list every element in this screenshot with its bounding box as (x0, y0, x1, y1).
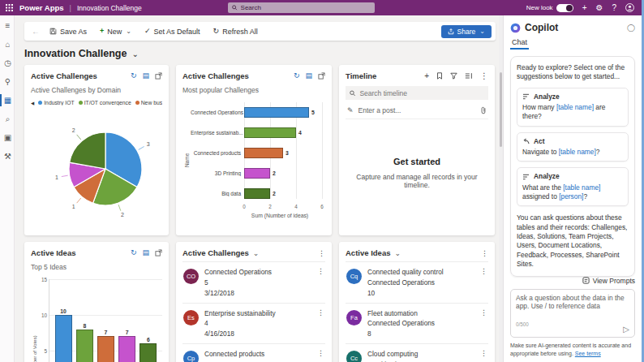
suggestion-analyze-2[interactable]: Analyze What are the [table name] assign… (517, 167, 629, 206)
more-icon[interactable]: ⋮ (317, 349, 324, 362)
legend-dot (79, 101, 83, 105)
back-icon[interactable]: ← (28, 27, 43, 36)
save-as-button[interactable]: Save As (43, 22, 93, 41)
see-terms-link[interactable]: See terms (575, 351, 601, 356)
nav-search-icon[interactable]: ⌕ (0, 113, 14, 125)
main-content: ← Save As + New ⌄ ✓ Set As Default ↻ Ref… (15, 15, 499, 362)
popout-icon[interactable] (155, 249, 162, 256)
gear-icon[interactable]: ⚙ (595, 4, 603, 12)
tools-icon[interactable]: ⚒ (0, 150, 14, 162)
new-look-toggle[interactable] (556, 4, 573, 12)
share-button[interactable]: Share ⌄ (441, 25, 492, 38)
product-name[interactable]: Power Apps (19, 3, 64, 12)
filter-icon[interactable] (450, 72, 457, 80)
report-icon[interactable]: ▤ (305, 72, 312, 80)
solutions-icon[interactable]: ▣ (0, 131, 14, 144)
refresh-all-button[interactable]: ↻ Refresh All (207, 22, 264, 41)
more-icon[interactable]: ⋮ (480, 349, 487, 362)
waffle-icon[interactable] (0, 0, 18, 15)
more-icon[interactable]: ⋮ (317, 267, 324, 299)
home-icon[interactable]: ⌂ (0, 38, 14, 50)
copilot-intro: Ready to explore? Select one of the sugg… (517, 63, 629, 82)
expand-icon[interactable]: ◯ (627, 24, 635, 32)
pencil-icon: ✎ (347, 106, 354, 114)
bookmark-icon[interactable] (436, 72, 443, 80)
more-icon[interactable]: ⋮ (481, 249, 488, 257)
list-item[interactable]: Cc Cloud computing Servitization 7 ⋮ (346, 343, 488, 362)
svg-text:2: 2 (72, 127, 75, 133)
legend-label: Industry IOT (44, 100, 74, 106)
chart-subtitle: Top 5 Ideas (31, 263, 162, 271)
apps-icon-selected[interactable]: ▦ (0, 94, 14, 106)
waffle-grid-icon (6, 4, 13, 11)
legend-label: New busin (141, 100, 162, 106)
paperclip-icon[interactable] (480, 106, 487, 114)
set-as-default-button[interactable]: ✓ Set As Default (138, 22, 207, 41)
suggestion-text: What are the [table name] assigned to [p… (522, 183, 623, 202)
list-item[interactable]: Cq Connected quality control Connected O… (346, 261, 488, 303)
app-header: Power Apps | Innovation Challenge New lo… (0, 0, 642, 15)
list-item[interactable]: Es Enterprise sustainability 4 4/16/2018… (182, 303, 325, 344)
copilot-icon (510, 23, 521, 33)
recent-icon[interactable]: ◷ (0, 57, 14, 69)
popout-icon[interactable] (318, 72, 325, 80)
more-icon[interactable]: ⋮ (480, 267, 487, 299)
add-icon[interactable]: + (582, 4, 587, 12)
global-search[interactable] (228, 2, 375, 13)
vbar-chart: Sum (Number of Votes)51015108776 (31, 279, 162, 362)
new-button[interactable]: + New ⌄ (93, 22, 138, 41)
more-icon[interactable]: ⋮ (480, 72, 488, 80)
suggestion-analyze-1[interactable]: Analyze How many [table name] are there? (517, 88, 629, 127)
avatar: Cc (346, 351, 362, 362)
refresh-icon[interactable]: ↻ (131, 249, 137, 256)
account-avatar-icon[interactable] (625, 3, 634, 12)
search-icon (350, 90, 355, 97)
help-icon[interactable]: ? (612, 4, 616, 12)
more-icon[interactable]: ⋮ (480, 308, 487, 340)
refresh-icon[interactable]: ↻ (131, 72, 137, 80)
scrollbar-thumb[interactable] (500, 72, 502, 147)
send-icon[interactable]: ▷ (623, 325, 629, 334)
add-post-icon[interactable]: + (424, 72, 429, 80)
pinned-icon[interactable]: ⚲ (0, 75, 14, 88)
suggestion-kind: Analyze (534, 93, 560, 101)
check-icon: ✓ (144, 28, 151, 35)
analyze-icon (522, 174, 530, 180)
report-icon[interactable]: ▤ (142, 72, 149, 80)
refresh-icon[interactable]: ↻ (294, 72, 300, 80)
item-title: Fleet automation (367, 308, 474, 319)
menu-icon[interactable]: ≡ (0, 19, 14, 32)
avatar: Cp (183, 351, 199, 362)
more-icon[interactable]: ⋮ (317, 308, 324, 340)
chevron-down-icon[interactable]: ⌄ (131, 50, 138, 58)
chevron-down-icon[interactable]: ⌄ (394, 249, 401, 257)
refresh-icon: ↻ (213, 28, 220, 35)
list-item[interactable]: Cp Connected products 3 10/1/2018 ⋮ (182, 343, 325, 362)
item-count: 4 (204, 318, 311, 329)
share-icon (448, 28, 454, 35)
timeline-search[interactable] (346, 86, 488, 100)
view-prompts-button[interactable]: View Prompts (582, 277, 635, 285)
popout-icon[interactable] (155, 72, 162, 80)
legend-prev-icon[interactable]: ◀ (31, 101, 34, 106)
report-icon[interactable]: ▤ (142, 249, 149, 256)
sort-timeline-icon[interactable] (465, 72, 473, 80)
item-subtitle: Connected Operations (367, 278, 474, 288)
post-input[interactable]: Enter a post... (358, 106, 475, 114)
suggestion-act[interactable]: Act Navigate to [table name]? (517, 132, 629, 162)
avatar: Cq (346, 269, 362, 284)
copilot-input[interactable] (516, 294, 629, 318)
global-search-input[interactable] (241, 4, 371, 11)
chevron-down-icon[interactable]: ⌄ (253, 249, 260, 257)
power-apps-window: Power Apps | Innovation Challenge New lo… (0, 0, 644, 362)
more-icon[interactable]: ⋮ (318, 249, 325, 257)
tab-chat[interactable]: Chat (510, 38, 529, 50)
disclaimer-text: Make sure AI-generated content is accura… (510, 343, 631, 356)
list-item[interactable]: CO Connected Operations 5 3/12/2018 ⋮ (182, 261, 325, 303)
act-icon (522, 138, 530, 144)
legend-label: IT/OT convergence (84, 100, 131, 106)
svg-text:3: 3 (147, 141, 150, 147)
list-item[interactable]: Fa Fleet automation Connected Operations… (346, 303, 488, 344)
timeline-search-input[interactable] (359, 89, 484, 97)
prompts-icon (582, 277, 590, 284)
